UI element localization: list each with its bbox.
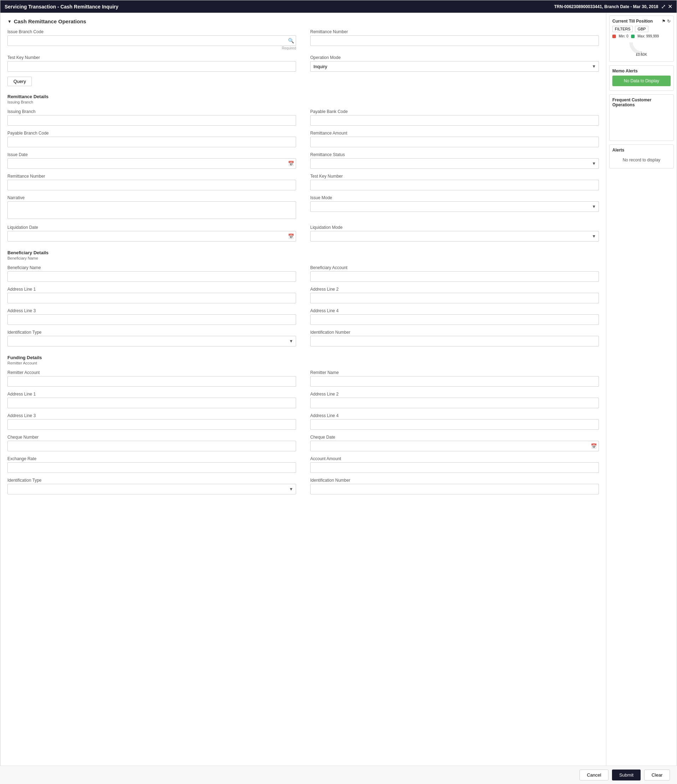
filters-button[interactable]: FILTERS	[612, 26, 633, 32]
ben-address-line3-label: Address Line 3	[8, 308, 296, 313]
footer: Cancel Submit Clear	[0, 765, 677, 784]
fund-identification-number-input[interactable]	[310, 484, 599, 495]
remittance-number-input[interactable]	[8, 180, 296, 190]
remitter-name-label: Remitter Name	[310, 370, 599, 375]
till-header: Current Till Position ⚑ ↻	[612, 19, 671, 24]
fund-identification-type-group: Identification Type ▼	[8, 478, 296, 495]
gauge-wrap: £0.60K	[612, 40, 671, 59]
fund-address-line4-group: Address Line 4	[310, 413, 599, 430]
remittance-details-subtitle: Issuing Branch	[8, 100, 599, 104]
payable-bank-code-input[interactable]	[310, 115, 599, 126]
account-amount-group: Account Amount	[310, 456, 599, 473]
calendar-icon[interactable]: 📅	[288, 161, 294, 166]
remitter-account-label: Remitter Account	[8, 370, 296, 375]
test-key-number-input[interactable]	[310, 180, 599, 190]
remittance-status-select[interactable]	[310, 158, 599, 169]
refresh-icon[interactable]: ↻	[667, 19, 671, 24]
fund-identification-type-select[interactable]	[8, 484, 296, 495]
beneficiary-details-section: Beneficiary Details Beneficiary Name	[8, 250, 599, 260]
issue-branch-code-label: Issue Branch Code	[8, 29, 296, 34]
beneficiary-name-input[interactable]	[8, 271, 296, 282]
ben-address-line1-input[interactable]	[8, 293, 296, 303]
issue-mode-label: Issue Mode	[310, 195, 599, 200]
frequent-ops-card: Frequent Customer Operations	[609, 94, 674, 141]
remittance-amount-input[interactable]	[310, 137, 599, 147]
exchange-rate-input[interactable]	[8, 462, 296, 473]
fund-address-line2-input[interactable]	[310, 398, 599, 408]
fund-address-line1-label: Address Line 1	[8, 392, 296, 397]
issue-branch-code-input[interactable]	[8, 35, 296, 46]
remitter-account-input[interactable]	[8, 376, 296, 387]
remittance-number-top-input[interactable]	[310, 35, 599, 46]
issue-mode-select[interactable]	[310, 201, 599, 212]
account-amount-input[interactable]	[310, 462, 599, 473]
frequent-ops-title: Frequent Customer Operations	[612, 98, 671, 107]
beneficiary-account-input[interactable]	[310, 271, 599, 282]
section-title: Cash Remittance Operations	[14, 19, 86, 24]
clear-button[interactable]: Clear	[644, 770, 670, 781]
liquidation-date-input[interactable]	[8, 231, 296, 241]
beneficiary-details-title: Beneficiary Details	[8, 250, 599, 255]
close-icon[interactable]: ✕	[668, 3, 672, 10]
calendar-icon[interactable]: 📅	[288, 233, 294, 239]
ben-address-line1-label: Address Line 1	[8, 287, 296, 292]
gbp-button[interactable]: GBP	[635, 26, 648, 32]
narrative-input[interactable]	[8, 201, 296, 219]
payable-branch-code-input[interactable]	[8, 137, 296, 147]
liquidation-mode-select[interactable]	[310, 231, 599, 241]
operation-mode-select-wrap: Inquiry Create Modify ▼	[310, 61, 599, 72]
operation-mode-label: Operation Mode	[310, 55, 599, 60]
payable-bank-code-group: Payable Bank Code	[310, 109, 599, 126]
issue-date-label: Issue Date	[8, 152, 296, 157]
remitter-name-input[interactable]	[310, 376, 599, 387]
test-key-number-label: Test Key Number	[310, 174, 599, 179]
resize-icon[interactable]: ⤢	[661, 3, 666, 10]
ben-address-line4-input[interactable]	[310, 314, 599, 325]
cancel-button[interactable]: Cancel	[579, 770, 608, 781]
left-panel: ▼ Cash Remittance Operations Issue Branc…	[0, 13, 606, 782]
ben-address-line3-input[interactable]	[8, 314, 296, 325]
cheque-date-input[interactable]	[310, 441, 599, 451]
max-legend-dot	[631, 34, 635, 38]
no-record-text: No record to display	[612, 155, 671, 165]
calendar-icon[interactable]: 📅	[591, 443, 597, 449]
ben-address-line1-group: Address Line 1	[8, 287, 296, 303]
beneficiary-name-group: Beneficiary Name	[8, 265, 296, 282]
identification-number-input[interactable]	[310, 336, 599, 347]
ben-address-line2-input[interactable]	[310, 293, 599, 303]
beneficiary-details-subtitle: Beneficiary Name	[8, 256, 599, 260]
search-icon[interactable]: 🔍	[288, 38, 294, 44]
operation-mode-select[interactable]: Inquiry Create Modify	[310, 61, 599, 72]
fund-address-line3-input[interactable]	[8, 419, 296, 430]
identification-number-label: Identification Number	[310, 330, 599, 335]
title-bar-left: Servicing Transaction - Cash Remittance …	[5, 4, 119, 9]
identification-type-select[interactable]	[8, 336, 296, 347]
funding-details-title: Funding Details	[8, 355, 599, 360]
operation-mode-group: Operation Mode Inquiry Create Modify ▼	[310, 55, 599, 72]
issue-date-group: Issue Date 📅	[8, 152, 296, 169]
ben-address-line2-group: Address Line 2	[310, 287, 599, 303]
cheque-number-input[interactable]	[8, 441, 296, 451]
till-buttons: FILTERS GBP	[612, 26, 671, 32]
remittance-status-select-wrap: ▼	[310, 158, 599, 169]
issue-mode-select-wrap: ▼	[310, 201, 599, 212]
fund-address-line1-input[interactable]	[8, 398, 296, 408]
funding-details-subtitle: Remitter Account	[8, 361, 599, 365]
fund-address-line4-input[interactable]	[310, 419, 599, 430]
remitter-name-group: Remitter Name	[310, 370, 599, 387]
till-legend: Min: 0 Max: 999,999	[612, 34, 671, 38]
test-key-number-top-input[interactable]	[8, 61, 296, 72]
title-bar-right: TRN-0062308900033441, Branch Date - Mar …	[554, 3, 672, 10]
max-label: Max: 999,999	[637, 34, 659, 38]
section-header[interactable]: ▼ Cash Remittance Operations	[8, 19, 599, 24]
query-button[interactable]: Query	[8, 77, 32, 86]
remittance-number-label: Remittance Number	[8, 174, 296, 179]
memo-alerts-card: Memo Alerts No Data to Display	[609, 65, 674, 91]
test-key-number-top-group: Test Key Number	[8, 55, 296, 72]
submit-button[interactable]: Submit	[612, 770, 640, 781]
fund-address-line2-label: Address Line 2	[310, 392, 599, 397]
liquidation-date-group: Liquidation Date 📅	[8, 225, 296, 241]
issue-date-input[interactable]	[8, 158, 296, 169]
issuing-branch-input[interactable]	[8, 115, 296, 126]
remittance-status-group: Remittance Status ▼	[310, 152, 599, 169]
